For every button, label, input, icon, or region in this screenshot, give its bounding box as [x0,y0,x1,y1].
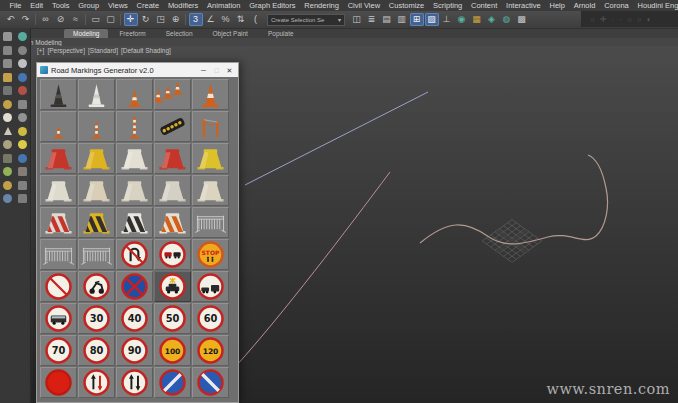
thumbnail-cone-white[interactable] [78,79,115,110]
thumbnail-barrier-offwhite-1[interactable] [40,175,77,206]
thumbnail-barrier-tan-1[interactable] [78,175,115,206]
schematic-view-icon[interactable]: ⊥ [440,13,454,26]
thumbnail-sign-speed-70[interactable]: 70 [40,335,77,366]
undo-icon[interactable]: ↶ [4,13,18,26]
bind-to-space-warp-icon[interactable]: ≈ [69,13,83,26]
thumbnail-sign-speed-50[interactable]: 50 [154,303,191,334]
menu-item-rendering[interactable]: Rendering [300,0,343,11]
menu-item-graph-editors[interactable]: Graph Editors [245,0,300,11]
thumbnail-sign-speed-120[interactable]: 120 [192,335,229,366]
tool-icon[interactable] [4,127,12,135]
thumbnail-sign-priority-oncoming[interactable] [78,367,115,398]
thumbnail-delineator-tall[interactable] [116,111,153,142]
menu-item-views[interactable]: Views [104,0,133,11]
menu-item-tools[interactable]: Tools [48,0,74,11]
thumbnail-cone-orange-large[interactable] [192,79,229,110]
percent-snap-toggle-icon[interactable]: % [219,13,233,26]
menu-item-corona[interactable]: Corona [600,0,633,11]
thumbnail-cone-orange-small[interactable] [116,79,153,110]
tool-icon[interactable] [3,59,12,68]
thumbnail-sign-speed-40[interactable]: 40 [116,303,153,334]
tool-icon[interactable] [3,194,12,203]
thumbnail-sign-speed-60[interactable]: 60 [192,303,229,334]
thumbnail-cone-stack[interactable] [154,79,191,110]
thumbnail-sign-no-entry[interactable] [40,271,77,302]
tool-icon[interactable] [18,86,27,95]
thumbnail-barrier-tan-4[interactable] [192,175,229,206]
menu-item-help[interactable]: Help [545,0,569,11]
thumbnail-barrier-yellow[interactable] [78,143,115,174]
mirror-icon[interactable]: ◫ [350,13,364,26]
viewport-pov-label[interactable]: [Perspective] [47,47,85,54]
thumbnail-cone-black[interactable] [40,79,77,110]
thumbnail-sign-speed-90[interactable]: 90 [116,335,153,366]
menu-item-animation[interactable]: Animation [203,0,245,11]
menu-item-civil-view[interactable]: Civil View [343,0,384,11]
render-production-icon[interactable]: ◍ [500,13,514,26]
tool-icon[interactable] [18,194,27,203]
tool-icon[interactable] [3,46,12,55]
rendered-frame-window-icon[interactable]: ◈ [485,13,499,26]
tool-icon[interactable] [3,154,12,163]
tool-icon[interactable] [18,140,27,149]
thumbnail-sign-no-horn[interactable] [154,271,191,302]
dialog-title-bar[interactable]: Road Markings Generator v2.0 ─ □ ✕ [37,63,238,77]
menu-item-houdini-engine[interactable]: Houdini Engine [633,0,678,11]
menu-item-edit[interactable]: Edit [26,0,48,11]
thumbnail-sign-no-uturn[interactable] [116,239,153,270]
menu-item-scripting[interactable]: Scripting [429,0,467,11]
selection-set-dropdown[interactable]: Create Selection Se ▾ [267,14,345,26]
thumbnail-fence-barrier-3[interactable] [78,239,115,270]
thumbnail-sign-speed-80[interactable]: 80 [78,335,115,366]
select-and-link-icon[interactable]: ∞ [39,13,53,26]
thumbnail-delineator-short[interactable] [40,111,77,142]
material-editor-icon[interactable]: ◉ [455,13,469,26]
tool-icon[interactable] [3,73,12,82]
paint-selection-region-icon[interactable]: ▢ [104,13,118,26]
menu-item-file[interactable]: File [5,0,26,11]
select-and-rotate-icon[interactable]: ↻ [139,13,153,26]
road-markings-generator-window[interactable]: Road Markings Generator v2.0 ─ □ ✕ STOP3… [36,62,239,403]
thumbnail-barrier-orange-white[interactable] [154,207,191,238]
thumbnail-chain-posts[interactable] [192,111,229,142]
viewport-menu-plus[interactable]: [+] [37,47,44,54]
thumbnail-sign-no-buses[interactable] [40,303,77,334]
toggle-layer-explorer-icon[interactable]: ▥ [395,13,409,26]
tool-icon[interactable] [3,181,12,190]
close-button[interactable]: ✕ [223,64,236,77]
tool-icon[interactable] [18,167,27,176]
thumbnail-cable-ramp[interactable] [154,111,191,142]
select-and-manipulate-icon[interactable]: ⊕ [169,13,183,26]
tool-icon[interactable] [3,167,12,176]
thumbnail-sign-blue-diagonal-left[interactable] [154,367,191,398]
thumbnail-fence-barrier-1[interactable] [192,207,229,238]
toggle-ribbon-icon[interactable]: ⊞ [410,13,424,26]
thumbnail-barrier-white[interactable] [116,143,153,174]
select-and-scale-icon[interactable]: ◳ [154,13,168,26]
thumbnail-sign-two-way[interactable] [116,367,153,398]
spinner-snap-toggle-icon[interactable]: ⇅ [234,13,248,26]
angle-snap-toggle-icon[interactable]: ∠ [204,13,218,26]
align-icon[interactable]: ≣ [365,13,379,26]
curve-editor-icon[interactable]: ▨ [425,13,439,26]
select-and-move-icon[interactable]: ✛ [124,13,138,26]
thumbnail-sign-no-overtaking[interactable] [154,239,191,270]
menu-item-interactive[interactable]: Interactive [502,0,545,11]
tool-icon[interactable] [18,32,27,41]
tool-icon[interactable] [18,181,27,190]
thumbnail-fence-barrier-2[interactable] [40,239,77,270]
tool-icon[interactable] [18,73,27,82]
keyboard-shortcut-override-icon[interactable]: ( [249,13,263,26]
rectangular-selection-region-icon[interactable]: ▭ [89,13,103,26]
menu-item-modifiers[interactable]: Modifiers [163,0,202,11]
thumbnail-sign-blue-diagonal-right[interactable] [192,367,229,398]
ribbon-tab-modeling[interactable]: Modeling [64,29,108,38]
minimize-button[interactable]: ─ [197,64,210,77]
menu-item-create[interactable]: Create [132,0,163,11]
tool-icon[interactable] [18,127,27,136]
thumbnail-barrier-white-black[interactable] [116,207,153,238]
thumbnail-sign-stop-children[interactable]: STOP [192,239,229,270]
ribbon-tab-freeform[interactable]: Freeform [110,29,154,38]
tool-icon[interactable] [18,59,27,68]
thumbnail-barrier-tan-2[interactable] [116,175,153,206]
